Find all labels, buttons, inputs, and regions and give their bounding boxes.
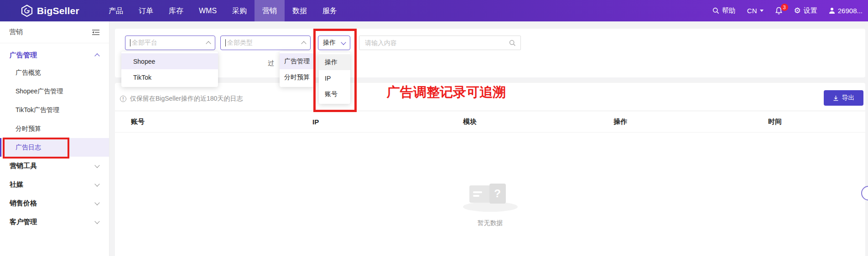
platform-select[interactable]: 全部平台 (125, 36, 215, 50)
type-option-ad-management[interactable]: 广告管理 (280, 53, 314, 69)
collapse-sidebar-icon[interactable] (92, 29, 100, 36)
sidebar-item-ad-log[interactable]: 广告日志 (0, 138, 109, 157)
platform-placeholder: 全部平台 (132, 39, 157, 47)
chevron-down-icon (760, 10, 764, 14)
sidebar-title: 营销 (9, 28, 23, 36)
chevron-up-icon (301, 41, 306, 46)
retention-notice-text: 仅保留在BigSeller操作的近180天的日志 (130, 95, 243, 103)
sidebar-header: 营销 (0, 21, 109, 43)
nav-item-purchase[interactable]: 采购 (224, 0, 255, 21)
export-button[interactable]: 导出 (824, 90, 863, 106)
gear-icon: ⚙ (794, 7, 801, 15)
field-option-action[interactable]: 操作 (319, 54, 350, 70)
nav-item-data[interactable]: 数据 (285, 0, 315, 21)
nav-item-products[interactable]: 产品 (101, 0, 131, 21)
field-select[interactable]: 操作 (318, 36, 350, 50)
nav-item-inventory[interactable]: 库存 (161, 0, 191, 21)
bigseller-logo-icon (21, 5, 33, 17)
chevron-down-icon (94, 163, 99, 168)
column-header-action: 操作 (613, 118, 768, 126)
app-frame: BigSeller 产品 订单 库存 WMS 采购 营销 数据 服务 帮助 CN (0, 0, 868, 256)
nav-item-marketing[interactable]: 营销 (255, 0, 285, 21)
text-cursor (130, 39, 130, 46)
chevron-down-icon (94, 219, 99, 224)
type-select[interactable]: 全部类型 (220, 36, 311, 50)
settings-label: 设置 (804, 6, 817, 15)
chevron-down-icon (94, 200, 99, 205)
field-select-value: 操作 (323, 39, 336, 47)
log-table-card (115, 83, 865, 256)
language-label: CN (747, 7, 757, 15)
brand-name: BigSeller (37, 5, 79, 16)
settings-button[interactable]: ⚙ 设置 (794, 6, 817, 15)
column-header-account: 账号 (131, 118, 312, 126)
sidebar-group-label: 销售价格 (10, 199, 37, 208)
text-cursor (225, 39, 226, 46)
sidebar-item-tiktok-ads[interactable]: TikTok广告管理 (0, 101, 109, 119)
top-navbar: BigSeller 产品 订单 库存 WMS 采购 营销 数据 服务 帮助 CN (0, 0, 868, 21)
sidebar-group-ad-management[interactable]: 广告管理 (0, 47, 109, 63)
column-header-time: 时间 (768, 118, 865, 126)
search-icon (712, 7, 719, 14)
language-selector[interactable]: CN (747, 7, 764, 15)
table-header-row: 账号 IP 模块 操作 时间 (115, 111, 865, 133)
user-icon (829, 7, 835, 14)
sidebar-group-label: 客户管理 (10, 218, 37, 226)
question-mark-glyph: ? (494, 187, 501, 200)
export-label: 导出 (842, 94, 855, 102)
field-option-account[interactable]: 账号 (319, 86, 350, 102)
sidebar-group-customer-management[interactable]: 客户管理 (0, 213, 109, 231)
platform-option-shopee[interactable]: Shopee (121, 53, 218, 69)
empty-state-text: 暂无数据 (478, 219, 503, 227)
column-header-module: 模块 (463, 118, 613, 126)
retention-notice: ! 仅保留在BigSeller操作的近180天的日志 (120, 95, 243, 103)
search-icon[interactable] (509, 40, 516, 46)
user-id-label: 26908... (838, 7, 863, 15)
chevron-down-icon (341, 40, 346, 45)
sidebar-group-label: 营销工具 (10, 162, 37, 170)
notification-badge: 3 (781, 4, 788, 11)
search-input[interactable] (364, 39, 509, 47)
sidebar-group-marketing-tools[interactable]: 营销工具 (0, 157, 109, 175)
nav-item-service[interactable]: 服务 (315, 0, 345, 21)
empty-state-illustration: ? (463, 182, 518, 212)
sidebar-group-label: 社媒 (10, 180, 23, 189)
field-option-ip[interactable]: IP (319, 70, 350, 86)
user-account-button[interactable]: 26908... (829, 7, 863, 15)
sidebar: 营销 广告管理 广告概览 Shopee广告管理 TikTok广告管理 分时预算 … (0, 21, 109, 256)
empty-front-card: ? (489, 184, 506, 204)
search-box (359, 36, 521, 50)
type-dropdown: 广告管理 分时预算 (280, 51, 314, 87)
brand-logo[interactable]: BigSeller (21, 0, 79, 21)
empty-state: ? 暂无数据 (115, 182, 865, 227)
type-option-hourly-budget[interactable]: 分时预算 (280, 69, 314, 85)
navbar-right-cluster: 帮助 CN 3 ⚙ 设置 26 (712, 0, 863, 21)
info-icon: ! (120, 96, 126, 102)
column-header-ip: IP (312, 118, 463, 126)
empty-back-card (469, 185, 490, 203)
annotation-text: 广告调整记录可追溯 (387, 83, 506, 102)
main-menu: 产品 订单 库存 WMS 采购 营销 数据 服务 (101, 0, 345, 21)
obscured-text-fragment: 过 (268, 59, 274, 67)
main-content: 过 全部平台 Shopee TikTok 全部类型 广告管理 分时预算 操作 (109, 21, 868, 256)
chevron-up-icon (206, 41, 211, 46)
help-label: 帮助 (722, 6, 736, 15)
sidebar-item-shopee-ads[interactable]: Shopee广告管理 (0, 82, 109, 101)
nav-item-wms[interactable]: WMS (191, 0, 224, 21)
nav-item-orders[interactable]: 订单 (131, 0, 161, 21)
sidebar-item-hourly-budget[interactable]: 分时预算 (0, 119, 109, 138)
help-button[interactable]: 帮助 (712, 6, 736, 15)
platform-option-tiktok[interactable]: TikTok (121, 69, 218, 85)
download-icon (833, 95, 839, 101)
notifications-button[interactable]: 3 (775, 7, 783, 15)
chevron-down-icon (94, 181, 99, 186)
type-placeholder: 全部类型 (227, 39, 253, 47)
platform-dropdown: Shopee TikTok (121, 51, 218, 87)
sidebar-item-ad-overview[interactable]: 广告概览 (0, 63, 109, 82)
sidebar-group-sale-price[interactable]: 销售价格 (0, 194, 109, 213)
sidebar-group-social-media[interactable]: 社媒 (0, 175, 109, 194)
field-dropdown: 操作 IP 账号 (319, 52, 350, 104)
sidebar-group-label: 广告管理 (10, 51, 37, 60)
chevron-up-icon (94, 53, 99, 58)
